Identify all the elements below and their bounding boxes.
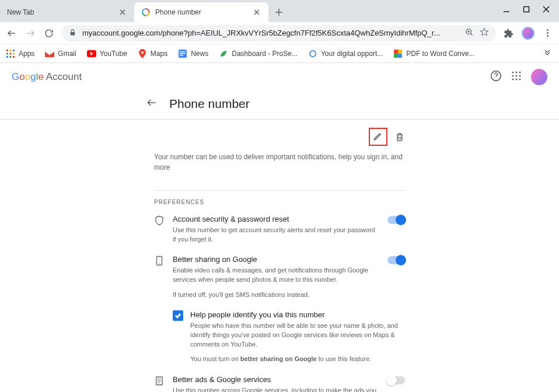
- svg-rect-10: [6, 56, 8, 58]
- svg-rect-20: [394, 50, 398, 54]
- pencil-icon[interactable]: [373, 135, 383, 143]
- bookmark-gmail[interactable]: Gmail: [45, 49, 76, 58]
- svg-point-14: [141, 51, 144, 54]
- svg-rect-22: [394, 54, 398, 58]
- bookmark-label: News: [191, 50, 208, 58]
- new-tab-button[interactable]: [271, 4, 287, 20]
- svg-point-33: [519, 79, 521, 80]
- phone-icon: [154, 255, 165, 268]
- tab-new-tab[interactable]: New Tab: [0, 2, 134, 22]
- bookmarks-overflow-icon[interactable]: [541, 48, 553, 60]
- shield-icon: [154, 215, 165, 228]
- reload-icon[interactable]: [43, 27, 55, 39]
- news-icon: [178, 49, 187, 58]
- star-icon[interactable]: [480, 27, 489, 38]
- bookmark-maps[interactable]: Maps: [138, 49, 167, 58]
- svg-rect-11: [10, 56, 12, 58]
- sub-title: Help people identify you via this number: [190, 310, 405, 319]
- address-bar: myaccount.google.com/phone?ph=AEIUL_JRXk…: [0, 22, 559, 44]
- svg-rect-2: [71, 32, 75, 34]
- bookmark-digital[interactable]: Your digital opport...: [308, 49, 383, 58]
- trash-icon[interactable]: [394, 132, 405, 142]
- bookmark-label: Apps: [19, 50, 34, 58]
- tab-phone-number[interactable]: Phone number: [134, 2, 268, 22]
- pref-ads: Better ads & Google services Use this nu…: [154, 375, 405, 393]
- apps-grid-icon: [6, 49, 15, 58]
- pref-security: Account security & password reset Use th…: [154, 215, 405, 244]
- google-account-logo: Google Account: [12, 71, 82, 83]
- google-account-header: Google Account: [0, 63, 559, 91]
- bookmark-label: Maps: [151, 50, 167, 58]
- omnibox[interactable]: myaccount.google.com/phone?ph=AEIUL_JRXk…: [62, 25, 496, 41]
- tab-label: New Tab: [7, 8, 34, 16]
- toggle-security[interactable]: [387, 216, 405, 224]
- profile-avatar[interactable]: [522, 27, 534, 40]
- svg-rect-23: [398, 54, 402, 58]
- svg-rect-7: [6, 52, 8, 54]
- bookmark-youtube[interactable]: YouTube: [87, 49, 127, 58]
- pref-title: Better sharing on Google: [173, 255, 379, 264]
- pref-extra: If turned off, you'll get SMS notificati…: [173, 290, 379, 300]
- pref-identify: Help people identify you via this number…: [173, 310, 405, 362]
- pref-title: Better ads & Google services: [173, 375, 379, 384]
- checkbox-identify[interactable]: [173, 310, 183, 321]
- svg-rect-9: [13, 52, 15, 54]
- pref-desc: Use this number across Google services, …: [173, 386, 379, 393]
- bookmark-news[interactable]: News: [178, 49, 208, 58]
- minimize-icon[interactable]: [502, 5, 511, 14]
- svg-rect-21: [398, 50, 402, 54]
- toggle-ads[interactable]: [387, 376, 405, 384]
- bookmark-label: Dashboard - ProSe...: [232, 50, 298, 58]
- bookmark-label: YouTube: [100, 50, 127, 58]
- lock-icon: [69, 29, 76, 38]
- svg-rect-1: [524, 7, 529, 12]
- pref-desc: Use this number to get account security …: [173, 226, 379, 244]
- window-controls: [494, 0, 559, 19]
- help-icon[interactable]: [490, 70, 502, 84]
- forward-icon[interactable]: [25, 27, 36, 39]
- maximize-icon[interactable]: [522, 5, 531, 14]
- toggle-sharing[interactable]: [387, 256, 405, 264]
- page-title-row: Phone number: [0, 91, 559, 120]
- svg-point-26: [516, 72, 518, 74]
- svg-rect-8: [10, 52, 12, 54]
- bookmark-pdf[interactable]: PDF to Word Conve...: [393, 49, 474, 58]
- bookmark-dashboard[interactable]: Dashboard - ProSe...: [219, 49, 298, 58]
- svg-point-28: [512, 75, 514, 77]
- back-arrow-icon[interactable]: [146, 97, 158, 111]
- page-content: Google Account Phone number Your number …: [0, 63, 559, 392]
- svg-rect-12: [13, 56, 15, 58]
- scroll-area[interactable]: Google Account Phone number Your number …: [0, 63, 559, 392]
- youtube-icon: [87, 49, 96, 58]
- close-icon[interactable]: [118, 8, 127, 17]
- close-icon[interactable]: [252, 8, 261, 17]
- sub-note: You must turn on better sharing on Googl…: [190, 355, 405, 362]
- svg-rect-18: [180, 55, 183, 56]
- url-text: myaccount.google.com/phone?ph=AEIUL_JRXk…: [82, 29, 459, 37]
- bookmarks-bar: Apps Gmail YouTube Maps News Dashboard -…: [0, 44, 559, 63]
- main-panel: Your number can be used to deliver impor…: [154, 120, 405, 392]
- browser-menu-icon[interactable]: [541, 27, 553, 39]
- phone-description: Your number can be used to deliver impor…: [154, 152, 405, 173]
- document-icon: [154, 375, 165, 388]
- back-icon[interactable]: [6, 27, 18, 39]
- apps-launcher-icon[interactable]: [511, 71, 522, 83]
- account-avatar[interactable]: [531, 69, 547, 85]
- extensions-icon[interactable]: [503, 27, 515, 39]
- zoom-icon[interactable]: [465, 28, 474, 38]
- preferences-label: PREFERENCES: [154, 190, 405, 205]
- svg-point-19: [310, 50, 316, 57]
- svg-point-31: [512, 79, 514, 80]
- bookmark-apps[interactable]: Apps: [6, 49, 34, 58]
- svg-point-35: [159, 263, 160, 264]
- close-window-icon[interactable]: [541, 5, 551, 14]
- sub-desc: People who have this number will be able…: [190, 321, 405, 349]
- phone-actions: [154, 128, 405, 152]
- bookmark-label: Gmail: [58, 50, 76, 58]
- svg-point-32: [516, 79, 518, 80]
- pref-desc: Enable video calls & messages, and get n…: [173, 266, 379, 285]
- svg-point-25: [512, 72, 514, 74]
- google-g-icon: [308, 49, 317, 58]
- tab-label: Phone number: [155, 8, 201, 16]
- svg-rect-5: [10, 50, 12, 51]
